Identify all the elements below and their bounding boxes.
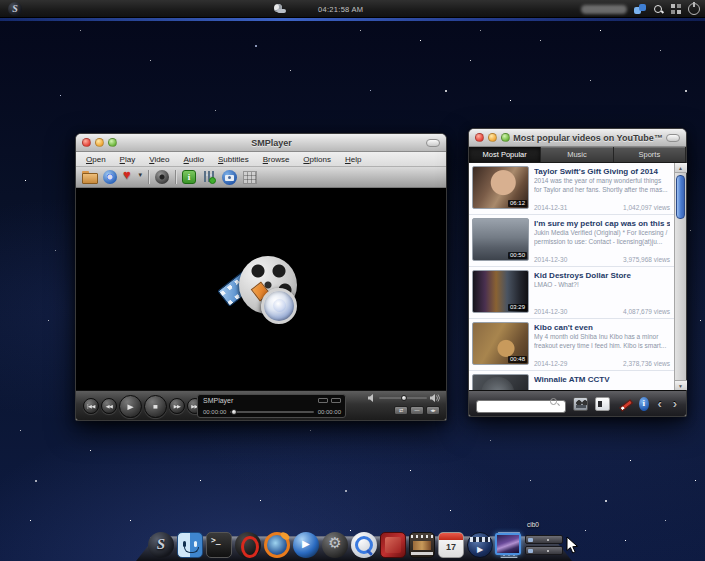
video-title[interactable]: I'm sure my petrol cap was on this side [534, 219, 670, 228]
dock-distro-logo[interactable] [148, 532, 174, 558]
fullscreen-icon[interactable] [243, 171, 257, 184]
close-button[interactable] [82, 138, 91, 147]
compact-mode-button[interactable]: ◂▸ [426, 406, 440, 415]
close-button[interactable] [475, 133, 484, 142]
zoom-button[interactable] [501, 133, 510, 142]
video-thumbnail[interactable]: 00:48 [472, 322, 529, 365]
dock-web-browser[interactable] [264, 532, 290, 558]
video-thumbnail[interactable]: 06:12 [472, 166, 529, 209]
favorites-icon[interactable] [123, 170, 142, 184]
repeat-button[interactable]: — [410, 406, 424, 415]
distro-logo-icon[interactable]: S [8, 2, 22, 16]
dock-calendar[interactable]: 17 [438, 532, 464, 558]
previous-button[interactable]: |◀◀ [83, 398, 99, 414]
user-applet-redacted[interactable] [581, 5, 627, 14]
volume-low-icon [368, 394, 376, 402]
display-icon[interactable] [595, 397, 610, 411]
zoom-button[interactable] [108, 138, 117, 147]
menu-item[interactable]: Subtitles [212, 155, 255, 164]
compact-disc-icon[interactable] [155, 170, 169, 184]
back-button[interactable]: ‹ [656, 397, 664, 411]
menu-item[interactable]: Audio [178, 155, 210, 164]
tab-music[interactable]: Music [541, 147, 613, 162]
power-icon[interactable] [688, 3, 700, 15]
dock-opera-browser[interactable] [235, 532, 261, 558]
weather-moon-cloud-icon[interactable] [273, 4, 286, 14]
video-list-item[interactable]: Winnalie ATM CCTV [469, 371, 674, 390]
video-title[interactable]: Winnalie ATM CCTV [534, 375, 670, 384]
menu-item[interactable]: Options [297, 155, 337, 164]
clock[interactable]: 04:21:58 AM [318, 5, 363, 14]
info-icon[interactable]: i [639, 397, 649, 411]
smplayer-toolbar [76, 167, 446, 188]
dock-terminal[interactable] [206, 532, 232, 558]
smplayer-titlebar[interactable]: SMPlayer [76, 134, 446, 152]
dock-file-manager[interactable] [177, 532, 203, 558]
video-display-area[interactable] [76, 188, 446, 390]
menu-item[interactable]: Browse [257, 155, 296, 164]
dock-movies-app[interactable] [467, 532, 493, 558]
dock-photos-app[interactable] [380, 532, 406, 558]
video-list-item[interactable]: 00:48 Kibo can't even My 4 month old Shi… [469, 319, 674, 371]
video-list-item[interactable]: 00:50 I'm sure my petrol cap was on this… [469, 215, 674, 267]
menu-item[interactable]: Help [339, 155, 367, 164]
scrollbar[interactable]: ▲ ▼ [674, 163, 686, 390]
shade-button[interactable] [426, 139, 440, 147]
fast-forward-button[interactable]: ▶▶ [169, 398, 185, 414]
open-disc-icon[interactable] [103, 170, 117, 184]
search-icon[interactable] [653, 4, 664, 15]
video-list-item[interactable]: 03:29 Kid Destroys Dollar Store LMAO - W… [469, 267, 674, 319]
scrollbar-thumb[interactable] [676, 175, 685, 219]
video-title[interactable]: Kid Destroys Dollar Store [534, 271, 670, 280]
edit-icon[interactable] [617, 397, 632, 411]
video-thumbnail[interactable]: 03:29 [472, 270, 529, 313]
record-icon[interactable] [573, 397, 588, 411]
dock-icons: 17 [148, 532, 522, 558]
seek-knob[interactable] [231, 409, 237, 415]
scroll-down-button[interactable]: ▼ [675, 380, 687, 390]
workspaces-icon[interactable] [671, 4, 681, 14]
forward-button[interactable]: › [671, 397, 679, 411]
video-thumbnail[interactable] [472, 374, 529, 390]
dock-quicktime-player[interactable] [351, 532, 377, 558]
play-button[interactable]: ▶ [119, 395, 142, 418]
minimize-button[interactable] [95, 138, 104, 147]
tab-most-popular[interactable]: Most Popular [469, 147, 541, 162]
open-file-icon[interactable] [82, 170, 97, 184]
tab-label: Most Popular [483, 150, 527, 159]
mouse-cursor [566, 536, 579, 558]
shuffle-button[interactable]: ⇄ [394, 406, 408, 415]
youtube-search-input[interactable] [476, 400, 566, 413]
video-title[interactable]: Kibo can't even [534, 323, 670, 332]
screenshot-icon[interactable] [222, 170, 237, 185]
seek-slider[interactable] [230, 411, 313, 413]
rewind-button[interactable]: ◀◀ [101, 398, 117, 414]
minimize-button[interactable] [488, 133, 497, 142]
dock-media-player[interactable] [293, 532, 319, 558]
information-icon[interactable] [182, 170, 196, 184]
scroll-up-button[interactable]: ▲ [675, 163, 687, 173]
menu-item[interactable]: Video [143, 155, 175, 164]
video-list-item[interactable]: 06:12 Taylor Swift's Gift Giving of 2014… [469, 163, 674, 215]
youtube-titlebar[interactable]: Most popular videos on YouTube™ [469, 129, 686, 147]
video-date: 2014-12-29 [534, 360, 567, 367]
video-title[interactable]: Taylor Swift's Gift Giving of 2014 [534, 167, 670, 176]
shade-button[interactable] [666, 134, 680, 142]
volume-slider[interactable] [379, 397, 427, 399]
smplayer-logo [221, 254, 301, 324]
menu-item[interactable]: Play [114, 155, 142, 164]
video-thumbnail[interactable]: 00:50 [472, 218, 529, 261]
equalizer-icon[interactable] [202, 170, 216, 184]
minimized-window-bar-1[interactable] [525, 535, 563, 544]
tab-sports[interactable]: Sports [614, 147, 686, 162]
menu-item[interactable]: Open [80, 155, 112, 164]
sharing-icon[interactable] [634, 4, 646, 15]
volume-knob[interactable] [401, 395, 407, 401]
dock-system-settings[interactable] [322, 532, 348, 558]
minimized-window-thumbnail[interactable] [495, 533, 521, 555]
stop-button[interactable]: ■ [144, 395, 167, 418]
lcd-media-title: SMPlayer [203, 397, 233, 404]
dock-video-editor[interactable] [409, 532, 435, 558]
lcd-display: SMPlayer 00:00:00 00:00:00 [197, 394, 346, 418]
minimized-window-bar-2[interactable] [525, 546, 563, 555]
